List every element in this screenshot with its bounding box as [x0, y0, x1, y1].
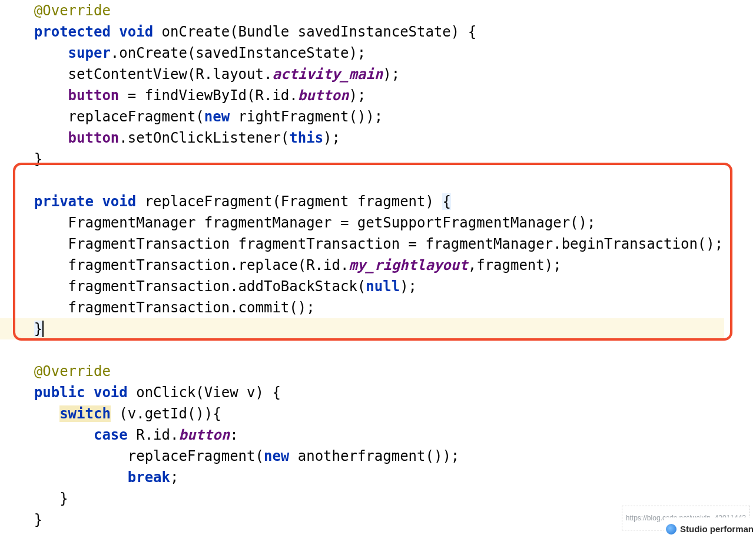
id-activity-main: activity_main	[272, 66, 383, 83]
kw-public: public	[34, 384, 85, 401]
kw-void: void	[94, 384, 128, 401]
code-text: fragmentTransaction.addToBackStack(	[68, 278, 366, 295]
code-text: );	[323, 130, 340, 146]
code-text: FragmentTransaction fragmentTransaction …	[68, 236, 724, 252]
kw-this: this	[289, 130, 323, 146]
brace-close-match: }	[34, 321, 42, 337]
kw-switch: switch	[59, 405, 111, 422]
code-text: fragmentTransaction.replace(R.id.	[68, 257, 349, 273]
code-text: rightFragment());	[230, 108, 383, 125]
id-my-rightlayout: my_rightlayout	[349, 257, 467, 273]
kw-new: new	[264, 448, 289, 464]
caret-line: }	[0, 318, 724, 339]
brace-open-match: {	[442, 193, 450, 210]
code-text: );	[349, 87, 366, 104]
params: (View v) {	[195, 384, 281, 401]
kw-protected: protected	[34, 24, 111, 40]
bulb-icon	[666, 524, 677, 535]
text-caret	[42, 321, 44, 337]
hint-bar[interactable]: Studio performan	[664, 517, 756, 541]
code-text: (v.getId()){	[111, 405, 221, 422]
kw-private: private	[34, 193, 94, 210]
method-name: onCreate	[162, 24, 230, 40]
id-button: button	[298, 87, 349, 104]
kw-void: void	[119, 24, 153, 40]
annotation-override: @Override	[34, 2, 111, 19]
code-text: replaceFragment(	[128, 448, 264, 464]
field-button: button	[68, 130, 120, 146]
kw-super: super	[68, 45, 111, 61]
id-button: button	[178, 427, 230, 443]
code-text: );	[383, 66, 400, 83]
kw-case: case	[94, 427, 128, 443]
code[interactable]: @Override protected void onCreate(Bundle…	[0, 0, 724, 541]
hint-text: Studio performan	[680, 519, 754, 540]
code-text: fragmentTransaction.commit();	[68, 299, 315, 316]
kw-null: null	[366, 278, 400, 295]
params: (Bundle savedInstanceState) {	[230, 24, 476, 40]
code-text: anotherfragment());	[289, 448, 459, 464]
method-name: onClick	[136, 384, 195, 401]
brace: }	[34, 512, 42, 528]
code-text: .setOnClickListener(	[119, 130, 289, 146]
brace: }	[34, 151, 42, 167]
code-text: ;	[170, 469, 178, 486]
code-text: :	[230, 427, 238, 443]
field-button: button	[68, 87, 120, 104]
code-text: setContentView(R.layout.	[68, 66, 273, 83]
code-text: R.id.	[128, 427, 179, 443]
annotation-override: @Override	[34, 363, 111, 380]
method-name: replaceFragment	[145, 193, 273, 210]
code-editor[interactable]: @Override protected void onCreate(Bundle…	[0, 0, 756, 541]
code-text: ,fragment);	[468, 257, 562, 273]
code-text: = findViewById(R.id.	[119, 87, 297, 104]
code-text: replaceFragment(	[68, 108, 204, 125]
code-text: FragmentManager fragmentManager = getSup…	[68, 215, 596, 231]
kw-void: void	[102, 193, 136, 210]
code-text: );	[400, 278, 417, 295]
kw-break: break	[128, 469, 170, 486]
params: (Fragment fragment)	[272, 193, 442, 210]
kw-new: new	[204, 108, 230, 125]
code-text: .onCreate(savedInstanceState);	[111, 45, 366, 61]
brace: }	[59, 490, 68, 507]
